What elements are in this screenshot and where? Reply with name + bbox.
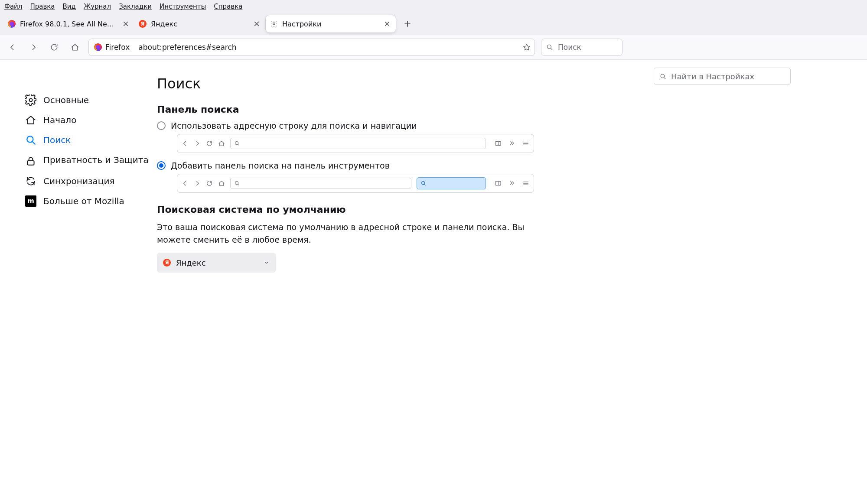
sidebar-toggle-icon [495, 180, 502, 187]
gear-icon [25, 94, 36, 106]
hamburger-icon [522, 180, 529, 187]
forward-icon [194, 140, 201, 147]
back-icon [182, 140, 189, 147]
page-title: Поиск [157, 75, 534, 92]
sidebar-item-search[interactable]: Поиск [25, 130, 151, 150]
nav-toolbar: Firefox about:preferences#search Поиск [0, 35, 867, 60]
menu-edit[interactable]: Правка [30, 3, 55, 10]
sync-icon [25, 176, 36, 187]
preferences-content: Поиск Панель поиска Использовать адресну… [151, 60, 610, 290]
toolbar-illustration-separate [177, 174, 534, 193]
svg-rect-10 [495, 181, 501, 185]
back-icon [182, 180, 189, 187]
home-icon [218, 180, 225, 187]
option-add-search-bar[interactable]: Добавить панель поиска на панель инструм… [157, 161, 534, 170]
sidebar-toggle-icon [495, 140, 502, 147]
menu-help[interactable]: Справка [214, 3, 242, 10]
menu-file[interactable]: Файл [4, 3, 22, 10]
urlbar-prefix-label: Firefox [105, 43, 130, 52]
search-icon [659, 73, 667, 80]
menu-history[interactable]: Журнал [84, 3, 111, 10]
lock-icon [25, 156, 36, 167]
reload-button[interactable] [47, 40, 62, 55]
search-icon [234, 180, 240, 186]
illustration-urlbar [230, 138, 486, 149]
default-engine-dropdown[interactable]: Яндекс [157, 253, 276, 273]
sidebar-item-label: Поиск [43, 135, 71, 145]
radio-checked-icon[interactable] [157, 161, 166, 170]
tab-title: Firefox 98.0.1, See All New Features, Up… [20, 20, 117, 28]
home-button[interactable] [68, 40, 82, 55]
home-icon [218, 140, 225, 147]
option-label: Использовать адресную строку для поиска … [171, 121, 417, 130]
sidebar-item-home[interactable]: Начало [25, 110, 151, 130]
option-label: Добавить панель поиска на панель инструм… [171, 161, 390, 170]
close-icon[interactable] [252, 20, 261, 28]
search-bar-placeholder: Поиск [558, 43, 581, 52]
section-heading-searchbar: Панель поиска [157, 104, 534, 115]
sidebar-item-more-from-mozilla[interactable]: m Больше от Mozilla [25, 191, 151, 211]
svg-point-8 [235, 182, 238, 185]
tab-settings[interactable]: Настройки [265, 15, 396, 33]
url-bar[interactable]: Firefox about:preferences#search [88, 39, 535, 56]
chevron-down-icon [264, 260, 270, 266]
home-icon [25, 114, 36, 126]
find-in-settings-placeholder: Найти в Настройках [671, 72, 754, 81]
dropdown-value: Яндекс [176, 258, 206, 267]
radio-unchecked-icon[interactable] [157, 121, 166, 130]
sidebar-item-label: Больше от Mozilla [43, 196, 124, 206]
new-tab-button[interactable] [400, 16, 415, 32]
forward-button[interactable] [26, 40, 41, 55]
preferences-page: Найти в Настройках Основные Начало По [0, 60, 867, 504]
tab-yandex[interactable]: Яндекс [134, 15, 265, 33]
close-icon[interactable] [383, 20, 391, 28]
sidebar-item-general[interactable]: Основные [25, 90, 151, 110]
yandex-icon [139, 20, 147, 28]
tab-title: Яндекс [151, 20, 248, 28]
tab-title: Настройки [282, 20, 378, 28]
bookmark-star-icon[interactable] [522, 43, 531, 52]
search-icon [546, 43, 554, 51]
menubar: Файл Правка Вид Журнал Закладки Инструме… [0, 0, 867, 13]
sidebar-item-label: Основные [43, 95, 89, 105]
hamburger-icon [522, 140, 529, 147]
svg-rect-5 [27, 161, 34, 165]
back-button[interactable] [5, 40, 20, 55]
sidebar-item-privacy[interactable]: Приватность и Защита [25, 150, 151, 171]
reload-icon [206, 180, 213, 187]
svg-point-3 [29, 99, 33, 102]
find-in-settings-input[interactable]: Найти в Настройках [654, 68, 791, 85]
urlbar-url: about:preferences#search [138, 43, 236, 52]
sidebar-item-label: Начало [43, 115, 76, 125]
default-engine-description: Это ваша поисковая система по умолчанию … [157, 221, 534, 246]
toolbar-illustration-combined [177, 134, 534, 153]
firefox-icon [94, 43, 102, 51]
overflow-icon [508, 140, 515, 147]
option-use-address-bar[interactable]: Использовать адресную строку для поиска … [157, 121, 534, 130]
menu-tools[interactable]: Инструменты [160, 3, 206, 10]
preferences-sidebar: Основные Начало Поиск Приватность и Защи… [0, 60, 151, 290]
illustration-searchbar-highlight [417, 177, 486, 189]
search-icon [234, 140, 240, 146]
svg-point-1 [547, 45, 551, 49]
gear-icon [270, 20, 278, 28]
sidebar-item-label: Синхронизация [43, 176, 114, 186]
section-heading-default-engine: Поисковая система по умолчанию [157, 204, 534, 215]
sidebar-item-label: Приватность и Защита [43, 154, 149, 166]
overflow-icon [508, 180, 515, 187]
reload-icon [206, 140, 213, 147]
menu-view[interactable]: Вид [63, 3, 76, 10]
yandex-icon [163, 259, 171, 267]
urlbar-identity[interactable]: Firefox [92, 42, 134, 52]
search-bar[interactable]: Поиск [541, 39, 623, 56]
tab-firefox-release-notes[interactable]: Firefox 98.0.1, See All New Features, Up… [3, 15, 134, 33]
svg-point-6 [235, 142, 238, 145]
firefox-icon [8, 20, 16, 28]
illustration-urlbar [230, 178, 411, 189]
close-icon[interactable] [121, 20, 130, 28]
svg-point-9 [422, 182, 425, 185]
svg-point-0 [273, 23, 275, 25]
search-icon [25, 134, 36, 146]
sidebar-item-sync[interactable]: Синхронизация [25, 171, 151, 191]
menu-bookmarks[interactable]: Закладки [119, 3, 152, 10]
